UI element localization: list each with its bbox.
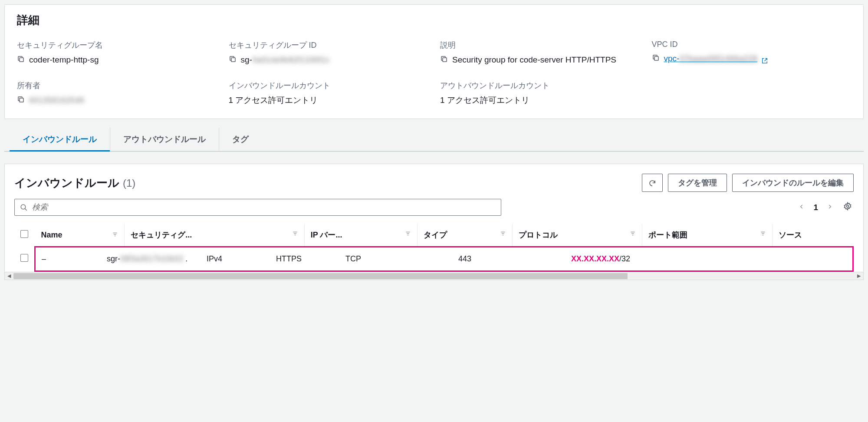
scroll-thumb[interactable]	[13, 273, 628, 279]
sort-icon	[630, 230, 636, 239]
col-type[interactable]: タイプ	[418, 224, 513, 247]
col-source[interactable]: ソース	[773, 224, 853, 247]
sg-id-value: sg-0a01de9b82f1330f1c	[241, 54, 330, 66]
svg-rect-3	[654, 56, 658, 60]
chevron-left-icon	[799, 204, 805, 210]
scroll-left-arrow[interactable]: ◀	[5, 273, 13, 279]
vpc-label: VPC ID	[652, 40, 852, 49]
next-page-button[interactable]	[825, 201, 835, 214]
cell-port-range: 443	[452, 247, 565, 270]
cell-protocol: TCP	[339, 247, 452, 270]
sg-id-label: セキュリティグループ ID	[229, 40, 428, 50]
rules-table-wrap: Name セキュリティグ... IP バー... タイプ プロトコル ポート範囲…	[14, 224, 854, 272]
svg-rect-4	[20, 98, 23, 102]
rules-tabs: インバウンドルール アウトバウンドルール タグ	[4, 128, 864, 152]
field-sg-id: セキュリティグループ ID sg-0a01de9b82f1330f1c	[229, 40, 428, 66]
search-input[interactable]	[32, 203, 496, 212]
sort-icon	[500, 230, 506, 239]
cell-type: HTTPS	[270, 247, 339, 270]
sort-icon	[112, 231, 118, 240]
search-box[interactable]	[14, 199, 501, 216]
sort-icon	[760, 230, 766, 239]
select-all-checkbox[interactable]	[20, 230, 28, 238]
field-sg-name: セキュリティグループ名 coder-temp-http-sg	[17, 40, 217, 66]
desc-label: 説明	[440, 40, 640, 50]
field-description: 説明 Security group for code-server HTTP/H…	[440, 40, 640, 66]
field-vpc-id: VPC ID vpc-07baaa4951466a228	[652, 40, 852, 66]
copy-icon[interactable]	[17, 96, 25, 103]
inbound-rules-section: インバウンドルール (1) タグを管理 インバウンドのルールを編集 1	[4, 164, 864, 280]
field-inbound-count: インバウンドルールカウント 1 アクセス許可エントリ	[229, 80, 428, 107]
rules-actions: タグを管理 インバウンドのルールを編集	[642, 174, 854, 192]
rules-table: Name セキュリティグ... IP バー... タイプ プロトコル ポート範囲…	[14, 224, 854, 272]
details-header: 詳細	[5, 5, 863, 32]
edit-inbound-rules-button[interactable]: インバウンドのルールを編集	[732, 174, 854, 192]
cell-ip-version: IPv4	[201, 247, 270, 270]
cell-source: XX.XX.XX.XX/32	[565, 247, 852, 270]
rules-toolbar: 1	[14, 199, 854, 216]
gear-icon	[843, 202, 852, 211]
svg-point-5	[21, 204, 26, 209]
refresh-icon	[648, 179, 656, 187]
table-row[interactable]: – sgr-08f3a3617b10b02 . IPv4 HTTPS TCP 4…	[14, 247, 853, 271]
cell-name: –	[36, 247, 101, 270]
sg-name-value: coder-temp-http-sg	[29, 54, 99, 66]
row-checkbox[interactable]	[20, 254, 28, 262]
copy-icon[interactable]	[17, 55, 25, 63]
page-number: 1	[813, 203, 818, 212]
col-name[interactable]: Name	[35, 224, 125, 247]
settings-button[interactable]	[842, 200, 854, 214]
horizontal-scrollbar[interactable]: ◀ ▶	[5, 272, 863, 280]
col-sg-rule[interactable]: セキュリティグ...	[125, 224, 305, 247]
sort-icon	[405, 230, 411, 239]
col-protocol[interactable]: プロトコル	[512, 224, 642, 247]
rules-count: (1)	[123, 177, 135, 189]
pagination: 1	[797, 200, 854, 214]
vpc-id-value[interactable]: vpc-07baaa4951466a228	[664, 53, 769, 65]
col-checkbox	[14, 224, 35, 247]
sort-icon	[292, 230, 298, 239]
cell-sg-rule: sgr-08f3a3617b10b02 .	[101, 247, 201, 270]
owner-label: 所有者	[17, 80, 217, 91]
inbound-count-value: 1 アクセス許可エントリ	[229, 94, 318, 107]
svg-rect-2	[443, 58, 447, 62]
details-title: 詳細	[17, 13, 851, 28]
desc-value: Security group for code-server HTTP/HTTP…	[452, 54, 616, 66]
external-link-icon	[761, 56, 768, 63]
outbound-count-value: 1 アクセス許可エントリ	[440, 94, 529, 107]
tab-tags[interactable]: タグ	[219, 128, 262, 151]
col-ip-version[interactable]: IP バー...	[304, 224, 418, 247]
rules-title-wrap: インバウンドルール (1)	[14, 175, 135, 191]
prev-page-button[interactable]	[797, 201, 806, 214]
copy-icon[interactable]	[652, 54, 660, 62]
details-panel: 詳細 セキュリティグループ名 coder-temp-http-sg セキュリティ…	[4, 4, 864, 119]
sg-name-label: セキュリティグループ名	[17, 40, 217, 50]
chevron-right-icon	[827, 204, 833, 210]
manage-tags-button[interactable]: タグを管理	[668, 174, 727, 192]
svg-rect-0	[20, 58, 23, 62]
copy-icon[interactable]	[229, 55, 237, 63]
outbound-count-label: アウトバウンドルールカウント	[440, 80, 640, 91]
scroll-right-arrow[interactable]: ▶	[855, 273, 863, 279]
rules-header: インバウンドルール (1) タグを管理 インバウンドのルールを編集	[14, 174, 854, 192]
tab-inbound-rules[interactable]: インバウンドルール	[10, 128, 110, 151]
field-outbound-count: アウトバウンドルールカウント 1 アクセス許可エントリ	[440, 80, 640, 107]
svg-rect-1	[231, 58, 235, 62]
field-owner: 所有者 601358162548	[17, 80, 217, 107]
details-body: セキュリティグループ名 coder-temp-http-sg セキュリティグルー…	[5, 32, 863, 119]
inbound-count-label: インバウンドルールカウント	[229, 80, 428, 91]
tab-outbound-rules[interactable]: アウトバウンドルール	[110, 128, 219, 151]
search-icon	[20, 204, 28, 211]
scroll-track[interactable]	[13, 272, 855, 280]
vpc-link[interactable]: vpc-07baaa4951466a228	[664, 54, 758, 63]
svg-point-6	[847, 205, 849, 208]
copy-icon[interactable]	[440, 55, 448, 63]
col-port-range[interactable]: ポート範囲	[642, 224, 773, 247]
refresh-button[interactable]	[642, 174, 663, 192]
rules-title: インバウンドルール	[14, 175, 119, 191]
owner-value: 601358162548	[29, 94, 84, 107]
